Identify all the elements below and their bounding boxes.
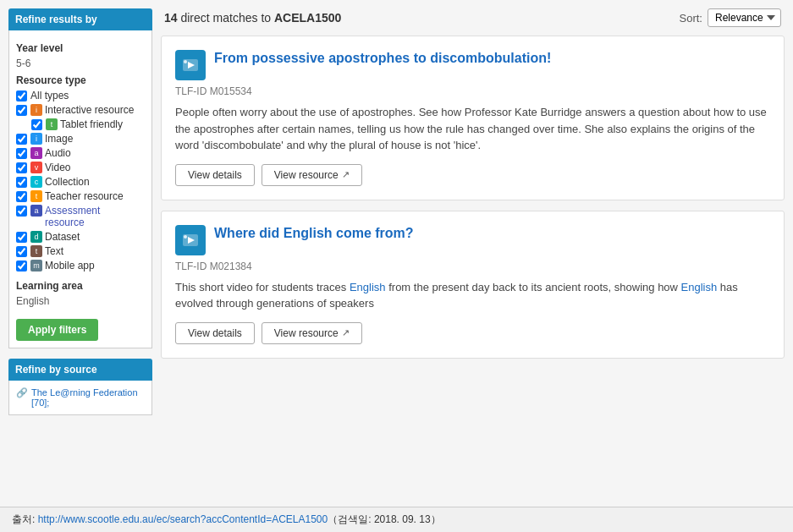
result-card-2: Where did English come from? TLF-ID M021… bbox=[161, 211, 785, 359]
results-header: 14 direct matches to ACELA1500 Sort: Rel… bbox=[161, 8, 785, 27]
results-count: 14 bbox=[164, 11, 178, 25]
highlight-english-2: English bbox=[681, 281, 718, 293]
apply-filters-button[interactable]: Apply filters bbox=[16, 319, 98, 341]
results-area: 14 direct matches to ACELA1500 Sort: Rel… bbox=[161, 8, 785, 498]
checkbox-mobile[interactable]: m Mobile app bbox=[16, 260, 145, 271]
result-2-view-details-button[interactable]: View details bbox=[175, 322, 255, 344]
image-icon: i bbox=[30, 133, 42, 145]
audio-icon: a bbox=[30, 147, 42, 159]
tablet-icon: t bbox=[46, 118, 58, 130]
collection-icon: c bbox=[30, 176, 42, 188]
sidebar-refine-source-title: Refine by source bbox=[8, 359, 152, 381]
result-1-icon bbox=[175, 50, 206, 80]
sidebar-refine-title: Refine results by bbox=[8, 8, 152, 30]
resource-type-label: Resource type bbox=[16, 74, 145, 86]
result-2-description: This short video for students traces Eng… bbox=[175, 279, 770, 312]
result-1-view-resource-label: View resource bbox=[274, 169, 339, 181]
learning-area-label: Learning area bbox=[16, 280, 145, 292]
checkbox-all-types[interactable]: All types bbox=[16, 90, 145, 101]
result-card-1: From possessive apostrophes to discombob… bbox=[161, 36, 785, 200]
video-icon: v bbox=[30, 162, 42, 173]
highlight-english-1: English bbox=[350, 281, 386, 293]
citation-prefix: 출처: bbox=[12, 513, 38, 525]
result-1-id: TLF-ID M015534 bbox=[175, 85, 770, 97]
result-1-view-resource-button[interactable]: View resource ↗ bbox=[262, 164, 362, 186]
result-card-1-header: From possessive apostrophes to discombob… bbox=[175, 50, 770, 80]
sort-area: Sort: Relevance Date Title bbox=[680, 8, 781, 27]
svg-point-5 bbox=[184, 235, 187, 239]
result-2-actions: View details View resource ↗ bbox=[175, 322, 770, 344]
main-content: Refine results by Year level 5-6 Resourc… bbox=[0, 0, 793, 507]
checkbox-audio[interactable]: a Audio bbox=[16, 147, 145, 159]
result-2-view-resource-label: View resource bbox=[274, 327, 339, 339]
result-2-id: TLF-ID M021384 bbox=[175, 261, 770, 272]
checkbox-video[interactable]: v Video bbox=[16, 162, 145, 173]
results-title: 14 direct matches to ACELA1500 bbox=[164, 11, 341, 25]
checkbox-interactive[interactable]: i Interactive resource bbox=[16, 104, 145, 116]
svg-point-2 bbox=[184, 60, 187, 63]
dataset-icon: d bbox=[30, 231, 42, 243]
citation-date: （검색일: 2018. 09. 13） bbox=[328, 513, 440, 525]
text-icon: t bbox=[30, 245, 42, 257]
year-level-value: 5-6 bbox=[16, 58, 145, 69]
sort-select-wrapper: Relevance Date Title bbox=[708, 8, 781, 27]
result-2-title[interactable]: Where did English come from? bbox=[214, 225, 414, 243]
checkbox-collection[interactable]: c Collection bbox=[16, 176, 145, 188]
checkbox-image[interactable]: i Image bbox=[16, 133, 145, 145]
result-1-title[interactable]: From possessive apostrophes to discombob… bbox=[214, 50, 551, 68]
mobile-icon: m bbox=[30, 260, 42, 271]
results-query: ACELA1500 bbox=[274, 11, 341, 25]
source-item-federation[interactable]: 🔗 The Le@rning Federation [70]; bbox=[16, 387, 145, 408]
external-link-icon-2: ↗ bbox=[342, 327, 350, 338]
citation-url[interactable]: http://www.scootle.edu.au/ec/search?accC… bbox=[38, 513, 328, 525]
checkbox-text[interactable]: t Text bbox=[16, 245, 145, 257]
sort-label: Sort: bbox=[680, 12, 702, 25]
year-level-label: Year level bbox=[16, 42, 145, 54]
page-wrapper: Refine results by Year level 5-6 Resourc… bbox=[0, 0, 793, 532]
result-2-icon bbox=[175, 225, 206, 255]
result-1-description: People often worry about the use of apos… bbox=[175, 104, 770, 154]
result-2-view-resource-button[interactable]: View resource ↗ bbox=[262, 322, 362, 344]
checkbox-assessment[interactable]: a Assessmentresource bbox=[16, 205, 145, 228]
result-1-actions: View details View resource ↗ bbox=[175, 164, 770, 186]
checkbox-tablet[interactable]: t Tablet friendly bbox=[16, 118, 145, 130]
federation-icon: 🔗 bbox=[16, 387, 28, 398]
interactive-icon: i bbox=[30, 104, 42, 116]
sort-dropdown[interactable]: Relevance Date Title bbox=[708, 8, 781, 27]
checkbox-teacher[interactable]: t Teacher resource bbox=[16, 190, 145, 202]
results-label: direct matches to bbox=[180, 11, 274, 25]
assessment-icon: a bbox=[30, 205, 42, 217]
checkbox-dataset[interactable]: d Dataset bbox=[16, 231, 145, 243]
sidebar: Refine results by Year level 5-6 Resourc… bbox=[8, 8, 152, 498]
result-1-view-details-button[interactable]: View details bbox=[175, 164, 255, 186]
sidebar-body: Year level 5-6 Resource type All types i… bbox=[8, 30, 152, 348]
teacher-icon: t bbox=[30, 190, 42, 202]
sidebar-source-body: 🔗 The Le@rning Federation [70]; bbox=[8, 381, 152, 415]
result-card-2-header: Where did English come from? bbox=[175, 225, 770, 255]
footer-citation: 출처: http://www.scootle.edu.au/ec/search?… bbox=[0, 507, 793, 532]
source-item-label: The Le@rning Federation [70]; bbox=[31, 387, 145, 408]
external-link-icon-1: ↗ bbox=[342, 169, 350, 180]
learning-area-value: English bbox=[16, 295, 145, 307]
